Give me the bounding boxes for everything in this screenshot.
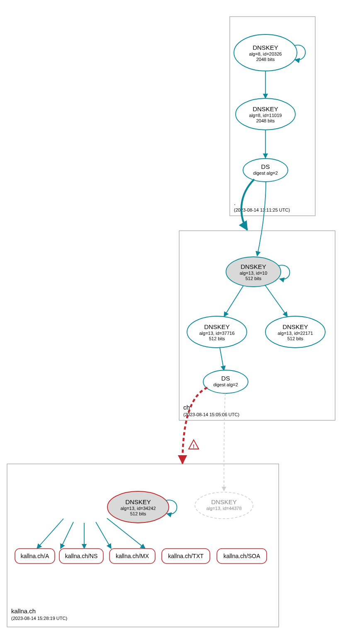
zone-root-label: . <box>234 199 236 206</box>
node-root-ds[interactable]: DS digest alg=2 <box>243 159 288 182</box>
edge-ch-ksk-zsk1 <box>224 285 243 317</box>
svg-text:alg=13, id=22171: alg=13, id=22171 <box>277 331 313 336</box>
svg-text:alg=13, id=34242: alg=13, id=34242 <box>120 506 156 511</box>
zone-kallna-timestamp: (2023-08-14 15:28:19 UTC) <box>11 616 67 621</box>
edge-root-ds-ch-thick <box>241 179 254 230</box>
svg-text:512 bits: 512 bits <box>287 336 304 341</box>
edge-ch-ds-kallna-red <box>182 388 207 463</box>
svg-text:!: ! <box>193 443 195 449</box>
svg-text:DNSKEY: DNSKEY <box>282 323 308 330</box>
svg-text:512 bits: 512 bits <box>130 511 146 516</box>
svg-text:DNSKEY: DNSKEY <box>253 105 278 112</box>
svg-text:DNSKEY: DNSKEY <box>211 498 237 505</box>
rrset-soa[interactable]: kallna.ch/SOA <box>217 549 267 564</box>
svg-text:alg=8, id=20326: alg=8, id=20326 <box>249 51 282 56</box>
svg-text:2048 bits: 2048 bits <box>256 57 275 62</box>
rrset-mx[interactable]: kallna.ch/MX <box>109 549 155 564</box>
node-ch-zsk-37716[interactable]: DNSKEY alg=13, id=37716 512 bits <box>187 316 247 348</box>
svg-text:kallna.ch/SOA: kallna.ch/SOA <box>224 553 260 559</box>
svg-text:digest alg=2: digest alg=2 <box>213 382 238 387</box>
svg-text:alg=13, id=44378: alg=13, id=44378 <box>206 506 241 511</box>
svg-text:DS: DS <box>261 163 270 170</box>
svg-text:DNSKEY: DNSKEY <box>253 44 278 51</box>
zone-ch-timestamp: (2023-08-14 15:05:06 UTC) <box>183 412 239 417</box>
svg-text:512 bits: 512 bits <box>209 336 225 341</box>
edge-kallna-a <box>37 519 63 549</box>
edge-ch-ksk-zsk2 <box>265 285 287 317</box>
node-ch-zsk-22171[interactable]: DNSKEY alg=13, id=22171 512 bits <box>265 316 325 348</box>
svg-point-9 <box>243 159 288 182</box>
rrset-ns[interactable]: kallna.ch/NS <box>59 549 103 564</box>
zone-kallna-box <box>7 464 279 627</box>
rrset-txt[interactable]: kallna.ch/TXT <box>162 549 210 564</box>
edge-kallna-ns <box>61 522 73 549</box>
svg-text:DS: DS <box>221 375 230 382</box>
svg-text:DNSKEY: DNSKEY <box>204 323 230 330</box>
node-ch-ksk[interactable]: DNSKEY alg=13, id=10 512 bits <box>226 257 281 287</box>
svg-text:DNSKEY: DNSKEY <box>125 498 151 505</box>
svg-text:kallna.ch/A: kallna.ch/A <box>21 553 49 559</box>
svg-text:alg=8, id=11019: alg=8, id=11019 <box>249 113 282 118</box>
svg-point-32 <box>195 492 253 519</box>
svg-text:kallna.ch/NS: kallna.ch/NS <box>65 553 98 559</box>
svg-text:2048 bits: 2048 bits <box>256 118 275 123</box>
edge-ch-zsk1-ds <box>220 348 224 371</box>
svg-text:digest alg=2: digest alg=2 <box>253 171 278 176</box>
svg-point-24 <box>203 370 248 393</box>
edge-ch-ds-kallna-ghost <box>224 393 225 491</box>
node-kallna-key[interactable]: DNSKEY alg=13, id=34242 512 bits <box>107 491 169 523</box>
edge-kallna-txt <box>96 522 111 549</box>
node-ch-ds[interactable]: DS digest alg=2 <box>203 370 248 393</box>
svg-text:512 bits: 512 bits <box>246 276 262 281</box>
svg-text:DNSKEY: DNSKEY <box>241 263 266 270</box>
warning-icon[interactable]: ! <box>189 440 199 449</box>
edge-root-ds-ch-thin <box>257 182 266 256</box>
node-root-zsk[interactable]: DNSKEY alg=8, id=11019 2048 bits <box>236 98 295 130</box>
svg-text:alg=13, id=10: alg=13, id=10 <box>240 271 268 276</box>
zone-kallna-label: kallna.ch <box>11 607 36 615</box>
node-root-ksk[interactable]: DNSKEY alg=8, id=20326 2048 bits <box>234 34 297 71</box>
svg-text:kallna.ch/TXT: kallna.ch/TXT <box>168 553 204 559</box>
rrset-a[interactable]: kallna.ch/A <box>15 549 55 564</box>
dnsviz-graph: . (2023-08-14 13:11:25 UTC) DNSKEY alg=8… <box>0 0 360 644</box>
node-kallna-ghost-key[interactable]: DNSKEY alg=13, id=44378 <box>195 492 253 519</box>
svg-text:kallna.ch/MX: kallna.ch/MX <box>116 553 149 559</box>
svg-text:alg=13, id=37716: alg=13, id=37716 <box>199 331 234 336</box>
